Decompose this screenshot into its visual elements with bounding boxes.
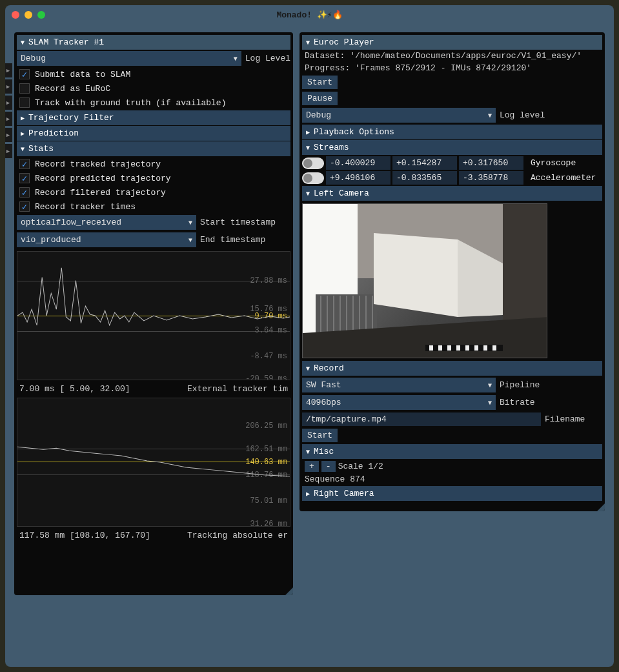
end-ts-label: End timestamp — [200, 235, 265, 245]
record-tracked-checkbox[interactable] — [19, 159, 30, 169]
scale-minus-button[interactable]: - — [321, 461, 336, 472]
slam-panel: SLAM Tracker #1 Debug Log Level Submit d… — [14, 32, 293, 595]
chevron-down-icon — [306, 188, 310, 198]
checkbox-label: Record as EuRoC — [35, 84, 110, 94]
gyro-x[interactable]: -0.400029 — [326, 156, 391, 170]
camera-preview — [302, 203, 547, 358]
gyro-z[interactable]: +0.317650 — [459, 156, 523, 170]
euroc-panel: Euroc Player Dataset: '/home/mateo/Docum… — [299, 32, 605, 511]
start-ts-dropdown[interactable]: opticalflow_received — [17, 215, 196, 230]
svg-rect-18 — [438, 345, 442, 351]
progress-text: Progress: 'Frames 875/2912 - IMUs 8742/2… — [302, 62, 602, 74]
chevron-down-icon — [188, 235, 192, 245]
side-tab[interactable]: ▶ — [5, 144, 12, 158]
slam-header[interactable]: SLAM Tracker #1 — [17, 35, 290, 50]
gyro-y[interactable]: +0.154287 — [392, 156, 457, 170]
bitrate-dropdown[interactable]: 4096bps — [302, 395, 496, 410]
right-cam-section[interactable]: Right Camera — [302, 486, 602, 501]
misc-section[interactable]: Misc — [302, 444, 602, 459]
scale-label: Scale 1/2 — [338, 462, 383, 471]
log-level-label: Log Level — [245, 54, 290, 63]
gyro-label: Gyroscope — [525, 158, 576, 168]
side-tab[interactable]: ▶ — [5, 63, 12, 77]
euroc-header[interactable]: Euroc Player — [302, 35, 602, 50]
track-gt-checkbox[interactable] — [19, 97, 30, 108]
side-tab[interactable]: ▶ — [5, 112, 12, 126]
svg-rect-20 — [456, 345, 460, 351]
record-start-button[interactable]: Start — [302, 429, 338, 442]
accel-y[interactable]: -0.833565 — [392, 171, 457, 185]
accel-z[interactable]: -3.358778 — [459, 171, 523, 185]
scale-plus-button[interactable]: + — [305, 461, 319, 472]
checkbox-label: Submit data to SLAM — [35, 70, 130, 79]
svg-rect-24 — [492, 345, 496, 351]
chevron-right-icon — [21, 128, 25, 138]
window-title: Monado! ✨⚡🔥 — [5, 10, 614, 20]
svg-rect-22 — [474, 345, 478, 351]
svg-rect-21 — [465, 345, 469, 351]
chevron-down-icon — [306, 37, 310, 47]
svg-marker-12 — [374, 233, 458, 317]
pipeline-label: Pipeline — [500, 380, 540, 390]
chevron-down-icon — [21, 144, 25, 154]
euroc-log-label: Log level — [500, 110, 545, 120]
accel-toggle[interactable] — [302, 172, 324, 184]
side-tab[interactable]: ▶ — [5, 128, 12, 142]
sequence-text: Sequence 874 — [302, 473, 602, 485]
graph1-footer-right: External tracker tim — [187, 384, 288, 394]
filename-label: Filename — [545, 414, 585, 424]
graph1-footer-left: 7.00 ms [ 5.00, 32.00] — [19, 384, 130, 394]
filename-input[interactable]: /tmp/capture.mp4 — [302, 412, 541, 426]
checkbox-label: Track with ground truth (if available) — [35, 98, 226, 108]
checkbox-label: Record tracked trajectory — [35, 159, 161, 169]
start-button[interactable]: Start — [302, 76, 338, 89]
record-section[interactable]: Record — [302, 361, 602, 376]
bitrate-label: Bitrate — [500, 398, 535, 407]
chevron-down-icon — [188, 218, 192, 227]
checkbox-label: Record filtered trajectory — [35, 188, 166, 198]
streams-section[interactable]: Streams — [302, 140, 602, 155]
checkbox-label: Record tracker times — [35, 202, 136, 212]
record-euroc-checkbox[interactable] — [19, 83, 30, 94]
log-level-dropdown[interactable]: Debug — [17, 51, 241, 66]
accel-label: Accelerometer — [525, 173, 596, 183]
panel-title: Euroc Player — [314, 37, 374, 47]
stats-section[interactable]: Stats — [17, 141, 290, 156]
svg-rect-19 — [447, 345, 451, 351]
dataset-text: Dataset: '/home/mateo/Documents/apps/eur… — [302, 50, 602, 62]
svg-rect-23 — [483, 345, 487, 351]
left-cam-section[interactable]: Left Camera — [302, 186, 602, 201]
chevron-down-icon — [306, 363, 310, 373]
chevron-right-icon — [306, 127, 310, 137]
checkbox-label: Record predicted trajectory — [35, 174, 171, 183]
end-ts-dropdown[interactable]: vio_produced — [17, 232, 196, 247]
chevron-right-icon — [306, 489, 310, 498]
accel-x[interactable]: +9.496106 — [326, 171, 391, 185]
side-tab[interactable]: ▶ — [5, 96, 12, 110]
prediction-section[interactable]: Prediction — [17, 126, 290, 141]
gyro-toggle[interactable] — [302, 158, 324, 169]
error-graph: 206.25 mm 162.51 mm 140.63 mm 118.76 mm … — [17, 398, 290, 527]
playback-section[interactable]: Playback Options — [302, 125, 602, 139]
submit-checkbox[interactable] — [19, 69, 30, 79]
pause-button[interactable]: Pause — [302, 92, 338, 105]
chevron-down-icon — [306, 143, 310, 152]
record-predicted-checkbox[interactable] — [19, 173, 30, 183]
side-tab[interactable]: ▶ — [5, 79, 12, 94]
chevron-down-icon — [234, 54, 238, 63]
start-ts-label: Start timestamp — [200, 218, 276, 227]
euroc-log-dropdown[interactable]: Debug — [302, 108, 496, 123]
record-filtered-checkbox[interactable] — [19, 187, 30, 198]
graph2-footer-left: 117.58 mm [108.10, 167.70] — [19, 531, 150, 540]
chevron-down-icon — [488, 110, 492, 120]
chevron-down-icon — [488, 380, 492, 390]
chevron-down-icon — [488, 398, 492, 407]
svg-rect-16 — [425, 345, 503, 351]
trajectory-filter-section[interactable]: Trajectory Filter — [17, 110, 290, 125]
timing-graph: 27.88 ms 15.76 ms 9.70 ms 3.64 ms -8.47 … — [17, 251, 290, 380]
svg-rect-17 — [429, 345, 433, 351]
panel-title: SLAM Tracker #1 — [28, 37, 104, 47]
pipeline-dropdown[interactable]: SW Fast — [302, 378, 496, 392]
graph2-footer-right: Tracking absolute er — [187, 531, 288, 540]
record-times-checkbox[interactable] — [19, 201, 30, 212]
